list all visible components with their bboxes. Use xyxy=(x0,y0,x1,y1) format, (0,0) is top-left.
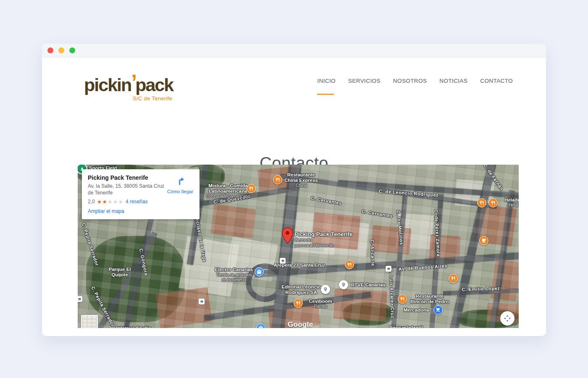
nav-item-noticias[interactable]: NOTICIAS xyxy=(439,78,467,95)
poi-label-line: RTVE Canarias xyxy=(351,282,386,288)
place-marker-icon[interactable] xyxy=(339,280,348,289)
map-roof xyxy=(312,212,361,249)
star-icon: ★ xyxy=(102,199,108,205)
directions-button[interactable]: Cómo llegar xyxy=(165,175,195,194)
restaurant-marker-icon[interactable] xyxy=(273,175,282,184)
logo-apostrophe: ’ xyxy=(131,71,135,94)
map-ring xyxy=(246,263,284,302)
shopping-marker-icon[interactable] xyxy=(255,267,264,276)
star-icon: ★ xyxy=(118,199,123,205)
directions-icon xyxy=(175,175,186,186)
poi-label-line: Mercadona xyxy=(404,307,429,313)
restaurant-marker-icon[interactable] xyxy=(345,260,354,269)
map-canvas[interactable]: C. de QuevedoC. CervantesC. de Leoncio R… xyxy=(78,165,519,328)
map-roof xyxy=(210,204,256,239)
nav-item-servicios[interactable]: SERVICIOS xyxy=(348,78,381,95)
restaurant-marker-icon[interactable] xyxy=(449,274,458,283)
restaurant-marker-icon[interactable] xyxy=(398,294,407,304)
poi-label-line: Rincón de Pedro xyxy=(410,299,449,304)
place-marker-icon[interactable] xyxy=(321,285,330,294)
place-rating-row: 2,0 ★★★★★ 4 reseñas xyxy=(88,199,194,205)
restaurant-marker-icon[interactable] xyxy=(477,198,486,207)
logo-wordmark: pickin’pack xyxy=(84,74,172,94)
site-header: pickin’pack S/C de Tenerife INICIOSERVIC… xyxy=(42,58,546,112)
nav-item-contacto[interactable]: CONTACTO xyxy=(480,78,513,95)
restaurant-marker-icon[interactable] xyxy=(247,184,256,193)
map-roof xyxy=(155,287,212,328)
transit-marker-icon[interactable] xyxy=(386,266,391,272)
transit-marker-icon[interactable] xyxy=(199,299,205,304)
cafe-marker-icon[interactable] xyxy=(479,236,488,245)
restaurant-marker-icon[interactable] xyxy=(488,198,498,207)
map-info-card: Picking Pack Tenerife Av. la Salle, 15, … xyxy=(82,169,200,219)
window-zoom-button[interactable] xyxy=(69,47,75,53)
main-nav: INICIOSERVICIOSNOSOTROSNOTICIASCONTACTO xyxy=(317,78,513,95)
nav-item-inicio[interactable]: INICIO xyxy=(317,78,336,95)
window-minimize-button[interactable] xyxy=(58,47,64,53)
cart-marker-icon[interactable] xyxy=(433,305,443,315)
google-attribution[interactable]: Google xyxy=(288,320,313,328)
street-label: C. Cervantes xyxy=(310,195,342,206)
map-road xyxy=(254,252,519,278)
shopping-marker-icon[interactable] xyxy=(256,323,265,328)
star-icon: ★ xyxy=(97,199,102,205)
star-icon: ★ xyxy=(113,199,118,205)
nav-item-nosotros[interactable]: NOSOTROS xyxy=(393,78,427,95)
poi-label-line: Infersua Studio xyxy=(116,326,151,328)
poi-label: Infersua Studio xyxy=(116,326,151,328)
poi-label: Mercadona xyxy=(404,307,429,313)
site-logo[interactable]: pickin’pack S/C de Tenerife xyxy=(84,74,172,102)
poi-label-line: Latinoamericana xyxy=(206,189,250,194)
poi-label: RTVE Canarias xyxy=(351,282,386,288)
minimap-inset[interactable] xyxy=(81,315,98,328)
transit-marker-icon[interactable] xyxy=(280,258,286,264)
rating-stars: ★★★★★ xyxy=(97,199,123,205)
transit-marker-icon[interactable] xyxy=(78,296,82,302)
logo-subtitle: S/C de Tenerife xyxy=(84,95,172,102)
reviews-link[interactable]: 4 reseñas xyxy=(126,199,148,205)
window-titlebar xyxy=(42,44,546,58)
star-icon: ★ xyxy=(108,199,113,205)
map-roof xyxy=(370,225,411,255)
rating-value: 2,0 xyxy=(88,199,95,205)
pan-control[interactable] xyxy=(500,311,514,326)
place-address: Av. la Salle, 15, 38005 Santa Cruz de Te… xyxy=(88,183,165,196)
browser-window: pickin’pack S/C de Tenerife INICIOSERVIC… xyxy=(42,44,546,336)
window-close-button[interactable] xyxy=(47,47,53,53)
pan-arrows-icon xyxy=(502,313,513,324)
expand-map-link[interactable]: Ampliar el mapa xyxy=(88,208,124,214)
restaurant-marker-icon[interactable] xyxy=(294,299,303,308)
street-label: C. Cervantes xyxy=(361,209,393,219)
destination-pin-icon[interactable] xyxy=(282,227,293,244)
